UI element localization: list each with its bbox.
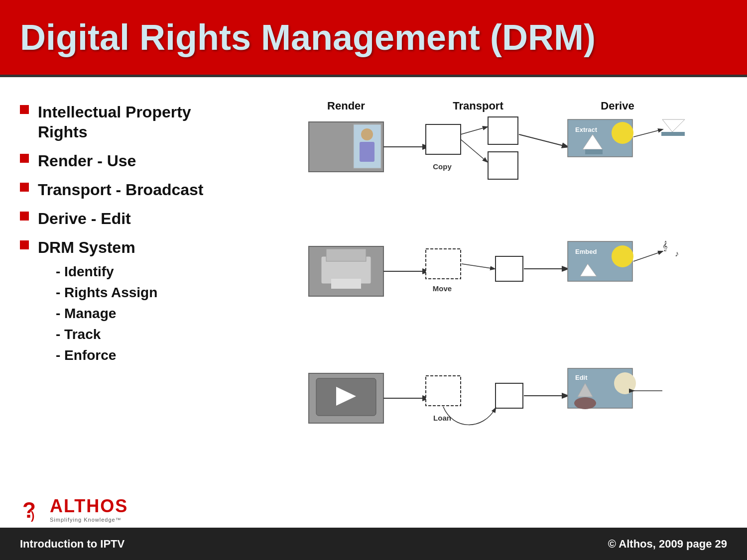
svg-line-11 <box>461 139 487 162</box>
bullet-icon <box>20 105 29 114</box>
svg-line-18 <box>633 129 662 137</box>
svg-rect-8 <box>488 117 518 144</box>
company-tagline: Simplifying Knowledge™ <box>50 517 128 523</box>
svg-text:): ) <box>31 509 34 522</box>
sub-item: - Identify <box>56 261 157 282</box>
bullet-list: Intellectual PropertyRights Render - Use… <box>20 92 279 470</box>
svg-rect-24 <box>331 279 361 289</box>
sub-list: - Identify - Rights Assign - Manage - Tr… <box>56 261 157 366</box>
svg-point-34 <box>612 245 633 267</box>
transport-header: Transport <box>453 100 503 112</box>
footer-copyright: © Althos, 2009 page 29 <box>608 538 727 551</box>
svg-line-30 <box>462 264 495 269</box>
svg-text:𝄞: 𝄞 <box>662 240 668 252</box>
svg-line-12 <box>519 134 568 147</box>
derive-header: Derive <box>601 100 634 112</box>
svg-rect-45 <box>426 376 461 406</box>
svg-text:Extract: Extract <box>575 126 598 133</box>
svg-text:Move: Move <box>433 284 452 293</box>
drm-diagram: Render Transport Derive Display Copy <box>299 92 707 470</box>
svg-rect-3 <box>360 142 374 162</box>
svg-rect-20 <box>661 132 685 136</box>
list-item: Intellectual PropertyRights <box>20 102 279 142</box>
company-name: ALTHOS <box>50 496 128 517</box>
render-header: Render <box>327 100 365 112</box>
sub-item: - Track <box>56 324 157 345</box>
list-item: Transport - Broadcast <box>20 180 279 200</box>
svg-text:Display: Display <box>335 175 358 182</box>
bullet-text: DRM System <box>38 237 157 257</box>
svg-line-10 <box>461 127 487 134</box>
header: Digital Rights Management (DRM) <box>0 0 747 77</box>
svg-rect-29 <box>496 256 523 281</box>
list-item: Derive - Edit <box>20 209 279 228</box>
main-content: Intellectual PropertyRights Render - Use… <box>0 77 747 485</box>
svg-rect-7 <box>426 124 461 154</box>
svg-point-2 <box>361 128 373 140</box>
list-item: Render - Use <box>20 151 279 171</box>
svg-rect-23 <box>326 249 366 261</box>
list-item: DRM System - Identify - Rights Assign - … <box>20 237 279 366</box>
bullet-text: Intellectual PropertyRights <box>38 102 191 142</box>
footer-course-name: Introduction to IPTV <box>20 538 124 551</box>
logo-text: ALTHOS Simplifying Knowledge™ <box>50 496 128 523</box>
svg-point-50 <box>614 372 636 394</box>
svg-point-51 <box>574 397 596 409</box>
bullet-text: Render - Use <box>38 151 136 171</box>
svg-rect-9 <box>488 152 518 179</box>
sub-item: - Enforce <box>56 345 157 366</box>
svg-text:Edit: Edit <box>575 374 588 381</box>
svg-text:Embed: Embed <box>575 248 597 255</box>
logo-area: ? ) ALTHOS Simplifying Knowledge™ <box>20 495 128 523</box>
bullet-icon <box>20 212 29 221</box>
diagram-panel: Render Transport Derive Display Copy <box>279 92 727 470</box>
svg-text:Play: Play <box>340 425 354 432</box>
bullet-icon <box>20 240 29 249</box>
svg-line-36 <box>633 251 662 261</box>
sub-item: - Rights Assign <box>56 282 157 303</box>
althos-logo-icon: ? ) <box>20 495 47 523</box>
svg-text:Print: Print <box>339 299 354 307</box>
bullet-icon <box>20 154 29 163</box>
bullet-text: Derive - Edit <box>38 209 131 228</box>
svg-text:♪: ♪ <box>675 249 679 258</box>
svg-point-15 <box>612 122 633 144</box>
bullet-text: Transport - Broadcast <box>38 180 204 200</box>
svg-rect-28 <box>426 249 461 279</box>
svg-marker-19 <box>662 119 685 132</box>
page-title: Digital Rights Management (DRM) <box>20 17 596 58</box>
sub-item: - Manage <box>56 303 157 324</box>
svg-rect-17 <box>585 149 603 154</box>
bullet-icon <box>20 183 29 192</box>
footer: Introduction to IPTV © Althos, 2009 page… <box>0 528 747 560</box>
svg-text:Copy: Copy <box>433 162 452 171</box>
svg-rect-46 <box>496 383 523 408</box>
